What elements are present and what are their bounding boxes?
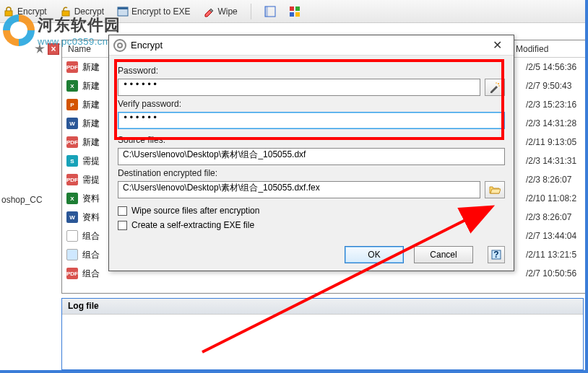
wipe-source-checkbox[interactable] bbox=[118, 206, 127, 216]
destination-label: Destination encrypted file: bbox=[118, 168, 505, 178]
folder-open-icon bbox=[489, 184, 501, 196]
file-type-icon: PDF bbox=[66, 61, 78, 73]
file-type-icon bbox=[66, 249, 78, 260]
watermark-url: www.pc0359.cn bbox=[38, 36, 121, 47]
wand-icon bbox=[489, 82, 501, 93]
source-files-input[interactable]: C:\Users\lenovo\Desktop\素材\组合_105055.dxf bbox=[118, 148, 505, 165]
toolbar-encrypt-exe-label: Encrypt to EXE bbox=[131, 6, 190, 17]
verify-password-label: Verify password: bbox=[118, 99, 505, 109]
dialog-title: Encrypt bbox=[131, 40, 485, 51]
self-extracting-label: Create a self-extracting EXE file bbox=[131, 220, 254, 230]
toolbar-view-2[interactable] bbox=[289, 6, 301, 17]
file-modified: /2/3 8:26:07 bbox=[526, 175, 586, 185]
encrypt-dialog: Encrypt ✕ Password: •••••• Verify passwo… bbox=[108, 35, 514, 271]
dialog-close-button[interactable]: ✕ bbox=[485, 38, 509, 52]
ok-button[interactable]: OK bbox=[345, 246, 404, 263]
file-modified: /2/3 15:23:16 bbox=[526, 100, 586, 110]
file-modified: /2/7 10:50:56 bbox=[526, 268, 586, 278]
file-type-icon: PDF bbox=[66, 268, 78, 279]
file-modified: /2/3 14:31:28 bbox=[526, 118, 586, 128]
password-label: Password: bbox=[118, 66, 505, 76]
self-extracting-checkbox[interactable] bbox=[118, 221, 127, 230]
file-modified: /2/7 9:50:43 bbox=[526, 81, 586, 91]
svg-text:?: ? bbox=[493, 250, 498, 260]
svg-point-12 bbox=[498, 85, 500, 87]
file-modified: /2/7 13:44:04 bbox=[526, 231, 586, 241]
password-input[interactable]: •••••• bbox=[118, 79, 480, 96]
file-type-icon: S bbox=[66, 155, 78, 167]
toolbar-wipe-label: Wipe bbox=[217, 6, 237, 17]
toolbar-view-1[interactable] bbox=[264, 6, 276, 17]
column-modified[interactable]: Modified bbox=[510, 44, 586, 54]
svg-point-10 bbox=[498, 83, 499, 84]
watermark-logo-icon bbox=[3, 14, 35, 46]
svg-point-11 bbox=[496, 82, 497, 84]
file-type-icon: W bbox=[66, 118, 78, 129]
file-type-icon: X bbox=[66, 80, 78, 92]
file-modified: /2/5 14:56:36 bbox=[526, 62, 586, 72]
file-modified: /2/11 13:21:5 bbox=[526, 250, 586, 260]
file-modified: /2/3 8:26:07 bbox=[526, 212, 586, 222]
log-body bbox=[62, 315, 583, 369]
file-type-icon: W bbox=[66, 211, 78, 223]
svg-rect-9 bbox=[295, 12, 300, 17]
verify-password-input[interactable]: •••••• bbox=[118, 112, 505, 129]
dialog-titlebar: Encrypt ✕ bbox=[109, 35, 514, 56]
svg-rect-5 bbox=[265, 6, 268, 17]
file-type-icon bbox=[66, 230, 78, 242]
log-title: Log file bbox=[68, 301, 99, 311]
file-type-icon: X bbox=[66, 193, 78, 204]
toolbar-separator bbox=[251, 4, 251, 19]
svg-rect-6 bbox=[290, 6, 294, 11]
log-panel: Log file bbox=[61, 298, 584, 370]
cancel-button[interactable]: Cancel bbox=[414, 246, 473, 263]
watermark-text-cn: 河东软件园 bbox=[38, 14, 121, 36]
file-type-icon: P bbox=[66, 99, 78, 110]
help-button[interactable]: ? bbox=[488, 246, 505, 263]
file-type-icon: PDF bbox=[66, 136, 78, 148]
svg-rect-7 bbox=[295, 6, 300, 11]
wipe-icon bbox=[203, 6, 215, 17]
source-files-label: Source files: bbox=[118, 135, 505, 145]
toolbar-wipe[interactable]: Wipe bbox=[203, 6, 237, 17]
svg-rect-3 bbox=[118, 7, 128, 9]
watermark: 河东软件园 www.pc0359.cn bbox=[3, 14, 121, 47]
file-modified: /2/11 9:13:05 bbox=[526, 137, 586, 147]
file-type-icon: PDF bbox=[66, 174, 78, 185]
side-tree-item[interactable]: oshop_CC bbox=[1, 195, 43, 205]
wipe-source-label: Wipe source files after encryption bbox=[131, 206, 259, 216]
password-generate-button[interactable] bbox=[485, 79, 505, 96]
destination-input[interactable]: C:\Users\lenovo\Desktop\素材\组合_105055.dxf… bbox=[118, 181, 480, 198]
layout-icon bbox=[264, 6, 276, 17]
file-modified: /2/10 11:08:2 bbox=[526, 193, 586, 203]
file-modified: /2/3 14:31:31 bbox=[526, 156, 586, 166]
browse-destination-button[interactable] bbox=[485, 181, 505, 198]
toolbar-encrypt-exe[interactable]: Encrypt to EXE bbox=[117, 6, 190, 17]
grid-icon bbox=[289, 6, 301, 17]
help-icon: ? bbox=[491, 250, 501, 260]
svg-rect-8 bbox=[290, 12, 294, 17]
